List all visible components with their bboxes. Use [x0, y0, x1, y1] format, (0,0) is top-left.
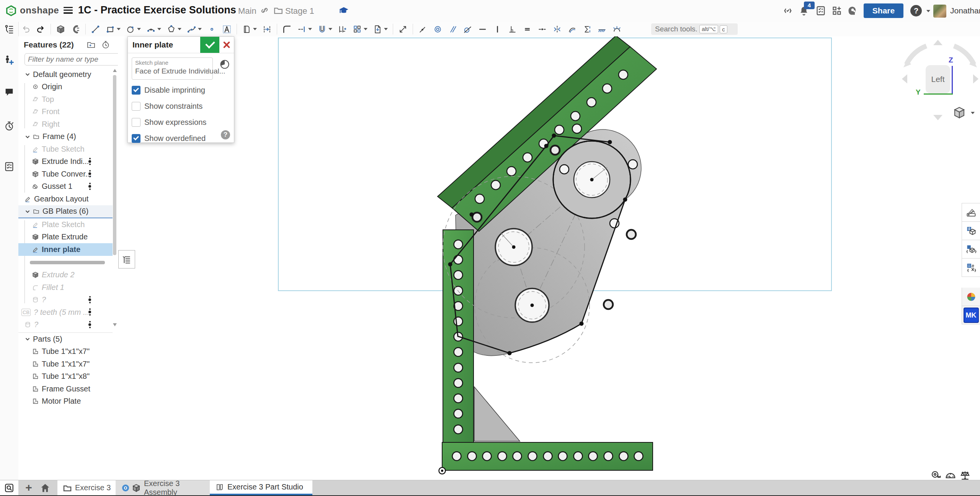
- feature-row-plate-sketch[interactable]: Plate Sketch: [18, 218, 113, 231]
- tab-search-button[interactable]: [0, 480, 18, 495]
- feature-row-right-plane[interactable]: Right: [18, 118, 113, 131]
- feature-list-flyout-button[interactable]: [118, 250, 135, 268]
- share-button[interactable]: Share: [864, 3, 903, 18]
- construction-line-tool[interactable]: [294, 23, 315, 36]
- part-row-tube-7a[interactable]: Tube 1"x1"x7": [18, 345, 113, 358]
- notifications-bell[interactable]: 4: [799, 5, 809, 16]
- checklist-rail-icon[interactable]: [4, 161, 15, 172]
- arc-tool[interactable]: [144, 23, 164, 36]
- ai-advisor-icon[interactable]: [847, 5, 858, 16]
- feature-row-gearbox-layout[interactable]: Gearbox Layout: [18, 193, 113, 205]
- accept-button[interactable]: [200, 37, 219, 53]
- import-dxf-tool[interactable]: [370, 23, 390, 36]
- view-cube[interactable]: Left Z Y: [900, 38, 980, 126]
- feature-row-plate-extrude[interactable]: Plate Extrude: [18, 231, 113, 244]
- new-folder-icon[interactable]: [87, 40, 96, 49]
- scrollbar-thumb[interactable]: [113, 75, 116, 255]
- final-default-clock-icon[interactable]: [219, 59, 230, 70]
- new-tab-button[interactable]: +: [24, 483, 34, 493]
- workspace-label[interactable]: Stage 1: [285, 6, 314, 16]
- parts-section-header[interactable]: Parts (5): [18, 333, 113, 345]
- avatar[interactable]: [933, 5, 946, 18]
- tab-exercise-3-part-studio-active[interactable]: Exercise 3 Part Studio: [210, 480, 312, 495]
- undo-button[interactable]: [18, 23, 33, 36]
- part-row-tube-8[interactable]: Tube 1"x1"x8": [18, 370, 113, 383]
- concentric-constraint[interactable]: [430, 23, 445, 36]
- feature-row-default-geometry[interactable]: Default geometry: [18, 68, 113, 81]
- home-tab-button[interactable]: [40, 483, 51, 493]
- symmetric-constraint[interactable]: [550, 23, 565, 36]
- app-pinwheel-button[interactable]: [962, 288, 980, 306]
- search-tools-box[interactable]: alt/⌥ c: [651, 23, 738, 35]
- coincident-constraint[interactable]: [415, 23, 430, 36]
- kebab-menu-icon[interactable]: [88, 170, 91, 177]
- feature-row-top-plane[interactable]: Top: [18, 93, 113, 106]
- feature-tree-scrollbar[interactable]: [113, 68, 117, 327]
- rollback-history-icon[interactable]: [101, 40, 110, 49]
- vertical-constraint[interactable]: [490, 23, 505, 36]
- configurations-panel-button[interactable]: [962, 222, 980, 240]
- circle-tool[interactable]: [123, 23, 144, 36]
- feature-row-tube-converter[interactable]: Tube Conver...: [18, 168, 113, 180]
- revolve-tool[interactable]: [68, 23, 83, 36]
- trim-tool[interactable]: [260, 23, 274, 36]
- view-cube-face[interactable]: Left: [926, 65, 950, 93]
- protractor-icon[interactable]: [945, 470, 956, 481]
- fix-constraint[interactable]: [595, 23, 609, 36]
- feature-list-rail-icon[interactable]: [4, 24, 15, 35]
- app-mk-button[interactable]: MK: [962, 306, 980, 324]
- branch-label[interactable]: Main: [238, 6, 256, 16]
- show-expressions-row[interactable]: Show expressions: [132, 117, 206, 127]
- appearance-panel-button[interactable]: [962, 203, 980, 222]
- feature-row-frame-folder[interactable]: Frame (4): [18, 131, 113, 143]
- graphics-canvas[interactable]: [118, 36, 980, 480]
- use-project-tool[interactable]: [239, 23, 260, 36]
- apps-grid-icon[interactable]: [831, 5, 842, 16]
- cancel-button[interactable]: [221, 39, 232, 51]
- model-view[interactable]: [118, 36, 980, 480]
- show-overdefined-row[interactable]: Show overdefined: [132, 133, 206, 143]
- overdefined-tool[interactable]: [580, 23, 595, 36]
- kebab-menu-icon[interactable]: [88, 296, 91, 303]
- feature-row-unknown-1[interactable]: ?: [18, 294, 113, 306]
- history-rail-icon[interactable]: [4, 121, 15, 131]
- mass-properties-scale-icon[interactable]: [959, 470, 971, 481]
- named-positions-panel-button[interactable]: [962, 240, 980, 259]
- tab-exercise-3-assembly[interactable]: Exercise 3 Assembly: [116, 480, 214, 495]
- help-caret-icon[interactable]: [926, 10, 930, 12]
- rectangle-tool[interactable]: [103, 23, 123, 36]
- comments-rail-icon[interactable]: [4, 87, 15, 98]
- slot-tool[interactable]: [315, 23, 335, 36]
- feature-row-unknown-2[interactable]: ?: [18, 319, 113, 331]
- feature-row-teeth[interactable]: CB? teeth (5 mm ...: [18, 306, 113, 319]
- tasks-icon[interactable]: [815, 5, 826, 16]
- feature-row-gusset-1[interactable]: Gusset 1: [18, 180, 113, 193]
- dialog-header[interactable]: Inner plate: [128, 37, 234, 53]
- sketch-plane-field[interactable]: Sketch plane Face of Extrude Individual.…: [132, 57, 213, 80]
- rollback-bar[interactable]: [18, 256, 113, 269]
- measure-tool[interactable]: [395, 23, 410, 36]
- curvature-constraint[interactable]: [565, 23, 580, 36]
- dimension-tool[interactable]: [335, 23, 350, 36]
- extrude-tool[interactable]: [53, 23, 68, 36]
- insert-feature-rail-icon[interactable]: [4, 55, 15, 65]
- part-row-motor-plate[interactable]: Motor Plate: [18, 395, 113, 408]
- tape-measure-icon[interactable]: [930, 470, 942, 481]
- learning-cap-icon[interactable]: [338, 5, 349, 16]
- point-tool[interactable]: [204, 23, 219, 36]
- kebab-menu-icon[interactable]: [88, 308, 91, 316]
- horizontal-constraint[interactable]: [475, 23, 490, 36]
- document-menu-icon[interactable]: [64, 7, 73, 15]
- feature-row-front-plane[interactable]: Front: [18, 106, 113, 118]
- variables-panel-button[interactable]: [962, 259, 980, 277]
- pattern-tool[interactable]: [350, 23, 370, 36]
- polygon-tool[interactable]: [164, 23, 184, 36]
- equal-constraint[interactable]: [520, 23, 535, 36]
- clear-selection-icon[interactable]: [205, 69, 210, 74]
- line-tool[interactable]: [88, 23, 103, 36]
- link-icon[interactable]: [260, 5, 270, 15]
- text-tool[interactable]: [219, 23, 234, 36]
- feature-row-extrude-2[interactable]: Extrude 2: [18, 269, 113, 282]
- kebab-menu-icon[interactable]: [88, 321, 91, 328]
- tangent-constraint[interactable]: [460, 23, 475, 36]
